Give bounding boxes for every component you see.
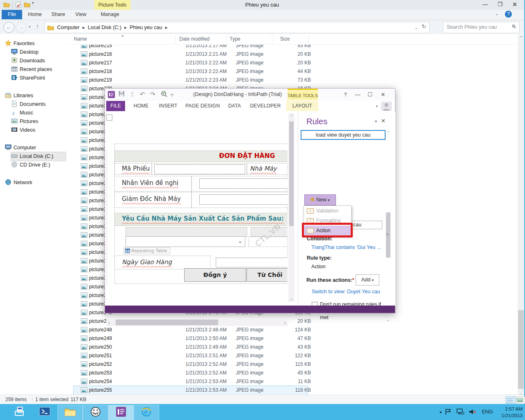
search-icon[interactable]: 🔍︎ bbox=[511, 24, 516, 30]
pane-close-icon[interactable]: ✕ bbox=[381, 118, 386, 124]
touch-mode-icon[interactable]: ↥ bbox=[130, 91, 135, 98]
tab-file[interactable]: File bbox=[2, 10, 22, 19]
sidebar-item-pictures[interactable]: Pictures bbox=[11, 117, 66, 126]
details-value-box[interactable]: cau bbox=[350, 221, 382, 229]
address-dropdown-icon[interactable]: ⌄ bbox=[415, 25, 418, 30]
infopath-close-button[interactable]: ✕ bbox=[378, 90, 388, 99]
sidebar-group-network[interactable]: Network bbox=[5, 178, 32, 187]
qat-customize-icon[interactable]: ╤ bbox=[171, 92, 173, 97]
sidebar-item-downloads[interactable]: Downloads bbox=[11, 57, 66, 65]
file-row-picture255[interactable]: picture2551/21/2013 2:53 AMJPEG image118… bbox=[74, 386, 308, 395]
view-thumbnails-button[interactable] bbox=[516, 397, 525, 404]
file-row-picture250[interactable]: picture2501/21/2013 2:49 AMJPEG image43 … bbox=[74, 343, 308, 352]
sidebar-item-desktop[interactable]: Desktop bbox=[11, 48, 66, 57]
rules-pane-scrollbar[interactable]: ⌃ ≡ ⌄ bbox=[385, 130, 391, 323]
sidebar-group-favorites[interactable]: Favorites bbox=[5, 39, 34, 48]
preview-icon[interactable] bbox=[161, 91, 168, 98]
breadcrumb-separator-icon[interactable]: ▶ bbox=[82, 23, 85, 33]
recent-locations-icon[interactable]: ▾ bbox=[29, 25, 31, 29]
explorer-close-button[interactable]: ✕ bbox=[509, 0, 521, 10]
condition-link[interactable]: TrangThai contains 'Gui Yeu ... bbox=[311, 244, 381, 250]
explorer-scrollbar[interactable]: ⌃ ⌄ bbox=[518, 34, 524, 397]
tab-view[interactable]: View bbox=[71, 10, 91, 19]
language-indicator[interactable]: ENG bbox=[482, 409, 493, 415]
form-horizontal-scrollbar[interactable]: ‹ › bbox=[107, 319, 288, 326]
file-row-picture217[interactable]: picture2171/21/2013 2:22 AMJPEG image20 … bbox=[74, 59, 308, 67]
column-name[interactable]: Name bbox=[74, 36, 87, 42]
file-row-picture252[interactable]: picture2521/21/2013 2:52 AMJPEG image115… bbox=[74, 360, 308, 369]
breadcrumb-separator-icon[interactable]: ▶ bbox=[165, 23, 167, 33]
sidebar-item-sharepoint[interactable]: SSharePoint bbox=[11, 74, 66, 82]
agree-button[interactable]: Đồgn ý bbox=[184, 268, 246, 282]
breadcrumb-separator-icon[interactable]: ▶ bbox=[124, 23, 127, 33]
product-dropdown[interactable]: ⌄ bbox=[126, 236, 245, 247]
redo-icon[interactable]: ↷ bbox=[150, 91, 155, 98]
up-button[interactable]: ↑ bbox=[36, 23, 39, 30]
account-avatar-icon[interactable] bbox=[381, 102, 392, 112]
ribbon-expand-icon[interactable]: ⌄ bbox=[495, 11, 499, 16]
tab-manage[interactable]: Manage bbox=[98, 10, 121, 19]
breadcrumb-item[interactable]: Phieu yeu cau bbox=[130, 23, 162, 32]
input-ma-phieu[interactable] bbox=[154, 164, 245, 174]
column-size[interactable]: Size bbox=[280, 36, 290, 42]
column-type[interactable]: Type bbox=[230, 36, 240, 42]
pane-scroll-up-icon[interactable]: ⌃ bbox=[385, 130, 391, 135]
file-row-picture254[interactable]: picture2541/21/2013 2:53 AMJPEG image11 … bbox=[74, 377, 308, 386]
infopath-tab-developer[interactable]: DEVELOPER bbox=[249, 101, 281, 111]
form-scroll-down-icon[interactable]: ⌄ bbox=[288, 296, 294, 301]
sidebar-item-documents[interactable]: Documents bbox=[11, 100, 66, 109]
volume-muted-icon[interactable]: ✕ bbox=[468, 409, 477, 417]
scrollbar-thumb[interactable] bbox=[518, 310, 524, 389]
form-hscroll-thumb[interactable] bbox=[116, 320, 218, 325]
input-giam-doc[interactable] bbox=[199, 194, 288, 205]
taskbar-button-face-app[interactable] bbox=[83, 405, 108, 420]
undo-icon[interactable]: ↶ bbox=[140, 91, 145, 98]
sidebar-group-computer[interactable]: Computer bbox=[5, 144, 36, 152]
back-button[interactable]: ← bbox=[3, 22, 14, 33]
form-vertical-scrollbar[interactable]: ⌃ ⌄ bbox=[288, 113, 294, 302]
input-ngay-giao-hang[interactable] bbox=[216, 258, 288, 267]
file-row-picture248[interactable]: picture2481/21/2013 2:48 AMJPEG image124… bbox=[74, 326, 308, 334]
forward-button[interactable]: → bbox=[16, 22, 27, 33]
breadcrumb-item[interactable]: Computer bbox=[57, 23, 80, 32]
pane-scroll-down-icon[interactable]: ⌄ bbox=[385, 317, 391, 322]
sidebar-group-libraries[interactable]: Libraries bbox=[5, 91, 33, 100]
menu-item-validation[interactable]: !Validation bbox=[304, 206, 351, 216]
repeating-table-tag[interactable]: Repeating Table bbox=[123, 247, 170, 254]
infopath-tab-insert[interactable]: INSERT bbox=[157, 101, 180, 111]
search-input[interactable]: Search Phieu yeu cau 🔍︎ bbox=[443, 22, 520, 33]
file-row-picture249[interactable]: picture2491/21/2013 2:50 AMJPEG image47 … bbox=[74, 334, 308, 343]
view-details-button[interactable] bbox=[506, 397, 515, 404]
form-scroll-left-icon[interactable]: ‹ bbox=[108, 320, 110, 326]
infopath-tab-layout[interactable]: LAYOUT bbox=[286, 101, 318, 111]
breadcrumb-item[interactable]: Local Disk (C:) bbox=[88, 23, 121, 32]
infopath-tab-file[interactable]: FILE bbox=[106, 101, 125, 111]
form-vscroll-thumb[interactable] bbox=[289, 121, 294, 226]
address-bar[interactable]: Computer▶Local Disk (C:)▶Phieu yeu cau▶ … bbox=[44, 22, 430, 33]
sidebar-item-local-disk-c-[interactable]: Local Disk (C:) bbox=[11, 152, 66, 161]
form-scroll-right-icon[interactable]: › bbox=[284, 320, 286, 326]
pane-menu-icon[interactable]: ▾ bbox=[375, 119, 377, 123]
switch-to-view-link[interactable]: Switch to view: Duyet Yeu cau bbox=[312, 289, 380, 294]
column-date-modified[interactable]: Date modified bbox=[179, 36, 210, 42]
infopath-maximize-button[interactable]: ☐ bbox=[365, 90, 375, 99]
file-row-picture218[interactable]: picture2181/21/2013 2:22 AMJPEG image44 … bbox=[74, 67, 308, 76]
file-row-picture253[interactable]: picture2531/21/2013 2:52 AMJPEG image45 … bbox=[74, 369, 308, 377]
infopath-tab-page-design[interactable]: PAGE DESIGN bbox=[185, 101, 221, 111]
new-rule-button[interactable]: ✱ New ▾ bbox=[304, 194, 336, 205]
taskbar-button-infopath[interactable] bbox=[108, 405, 134, 420]
sidebar-item-recent-places[interactable]: Recent places bbox=[11, 65, 66, 74]
infopath-tab-data[interactable]: DATA bbox=[224, 101, 245, 111]
tab-share[interactable]: Share bbox=[48, 10, 68, 19]
infopath-help-icon[interactable]: ? bbox=[340, 90, 351, 99]
help-icon[interactable]: ? bbox=[505, 11, 512, 18]
clock[interactable]: 2:57 AM 1/21/2013 bbox=[502, 406, 523, 419]
form-scroll-up-icon[interactable]: ⌃ bbox=[288, 114, 294, 119]
sidebar-item-videos[interactable]: Videos bbox=[11, 126, 66, 135]
explorer-minimize-button[interactable]: — bbox=[479, 0, 491, 10]
infopath-tab-home[interactable]: HOME bbox=[130, 101, 152, 111]
taskbar-button-server-manager[interactable] bbox=[10, 405, 30, 420]
input-nhan-vien[interactable] bbox=[199, 178, 288, 189]
explorer-maximize-button[interactable]: ❐ bbox=[494, 0, 506, 10]
network-tray-icon[interactable] bbox=[456, 409, 464, 417]
